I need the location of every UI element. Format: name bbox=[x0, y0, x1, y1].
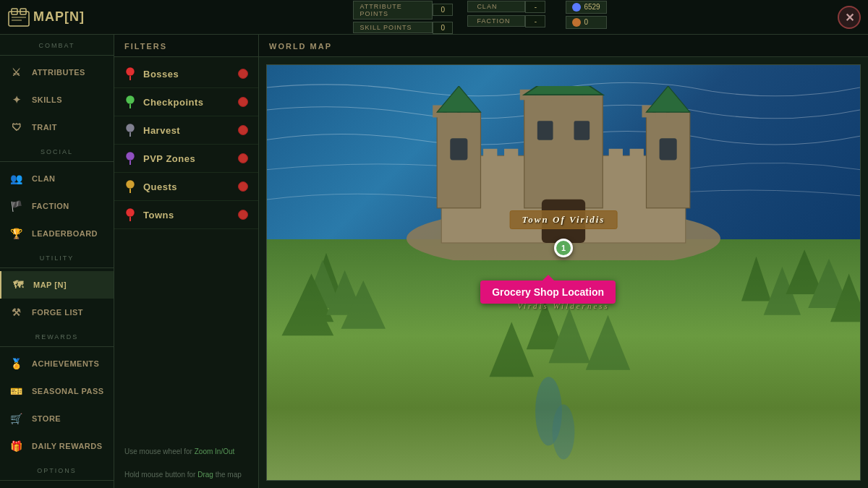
filter-item-checkpoints[interactable]: Checkpoints bbox=[114, 88, 258, 116]
svg-marker-31 bbox=[586, 315, 631, 370]
map-container[interactable]: Town Of Viridis Virdis Wilderness 1 Groc… bbox=[266, 64, 861, 481]
svg-point-33 bbox=[553, 404, 575, 459]
map-marker[interactable]: 1 bbox=[554, 239, 573, 257]
pvp-zones-toggle[interactable] bbox=[238, 153, 248, 163]
filter-item-harvest[interactable]: Harvest bbox=[114, 116, 258, 145]
svg-point-15 bbox=[126, 208, 135, 217]
skill-label: SKILL POINTS bbox=[353, 22, 433, 33]
quests-filter-label: Quests bbox=[143, 181, 231, 192]
sidebar: COMBAT⚔ATTRIBUTES✦SKILLS🛡TRAITSOCIAL👥CLA… bbox=[0, 35, 114, 488]
hint-drag-line: Hold mouse button for Drag the map bbox=[124, 469, 248, 481]
faction-value: - bbox=[525, 15, 545, 27]
faction-row: FACTION - bbox=[467, 15, 545, 27]
forge-list-icon: ⚒ bbox=[9, 304, 25, 320]
sidebar-item-clan[interactable]: 👥CLAN bbox=[0, 165, 114, 192]
clan-label: CLAN bbox=[467, 1, 525, 12]
attribute-value: 0 bbox=[433, 4, 453, 16]
map-label: MAP [N] bbox=[33, 281, 67, 289]
svg-point-11 bbox=[126, 152, 135, 160]
top-bar: MAP[N] ATTRIBUTE POINTS 0 SKILL POINTS 0… bbox=[0, 0, 868, 35]
hint-zoom-action: Zoom In/Out bbox=[195, 448, 235, 455]
clan-label: CLAN bbox=[32, 174, 56, 183]
top-stats-area: ATTRIBUTE POINTS 0 SKILL POINTS 0 CLAN -… bbox=[99, 1, 861, 34]
towns-toggle[interactable] bbox=[238, 210, 248, 220]
attributes-icon: ⚔ bbox=[9, 64, 25, 80]
skills-icon: ✦ bbox=[9, 92, 25, 108]
sidebar-item-faction[interactable]: 🏴FACTION bbox=[0, 192, 114, 220]
filter-item-bosses[interactable]: Bosses bbox=[114, 60, 258, 88]
svg-rect-69 bbox=[574, 121, 590, 140]
skill-row: SKILL POINTS 0 bbox=[353, 22, 453, 34]
svg-rect-45 bbox=[630, 148, 644, 158]
svg-rect-67 bbox=[660, 138, 677, 160]
hint-zoom-prefix: Use mouse wheel for bbox=[124, 448, 195, 455]
svg-rect-68 bbox=[537, 121, 553, 140]
map-tooltip[interactable]: Grocery Shop Location bbox=[480, 281, 616, 304]
checkpoints-filter-label: Checkpoints bbox=[143, 97, 231, 108]
skill-value: 0 bbox=[433, 22, 453, 34]
filter-hint: Use mouse wheel for Zoom In/Out Hold mou… bbox=[114, 439, 258, 488]
silver-icon bbox=[572, 18, 581, 27]
sidebar-item-settings[interactable]: ⚙SETTINGS bbox=[0, 484, 114, 488]
filter-item-towns[interactable]: Towns bbox=[114, 201, 258, 229]
daily-rewards-icon: 🎁 bbox=[9, 438, 25, 454]
daily-rewards-label: DAILY REWARDS bbox=[32, 442, 103, 450]
map-panel: WORLD MAP bbox=[259, 35, 868, 488]
map-header: WORLD MAP bbox=[259, 35, 868, 57]
bosses-toggle[interactable] bbox=[238, 69, 248, 79]
bosses-filter-label: Bosses bbox=[143, 69, 231, 80]
seasonal-pass-label: SEASONAL PASS bbox=[32, 387, 104, 395]
svg-point-7 bbox=[126, 95, 135, 104]
bosses-pin bbox=[124, 67, 136, 81]
harvest-toggle[interactable] bbox=[238, 125, 248, 135]
main-area: FILTERS Bosses Checkpoints Harvest PVP Z… bbox=[114, 35, 868, 488]
forge-list-label: FORGE LIST bbox=[32, 308, 83, 317]
filter-item-pvp-zones[interactable]: PVP Zones bbox=[114, 145, 258, 173]
quests-pin bbox=[124, 179, 136, 194]
svg-point-5 bbox=[126, 67, 135, 76]
map-land bbox=[267, 239, 860, 480]
towns-pin bbox=[124, 207, 136, 222]
filters-panel: FILTERS Bosses Checkpoints Harvest PVP Z… bbox=[114, 35, 259, 488]
castle-svg bbox=[386, 86, 741, 260]
sidebar-item-map[interactable]: 🗺MAP [N] bbox=[0, 271, 114, 299]
section-label-rewards: REWARDS bbox=[0, 326, 114, 343]
checkpoints-toggle[interactable] bbox=[238, 97, 248, 107]
sidebar-item-store[interactable]: 🛒STORE bbox=[0, 405, 114, 432]
svg-marker-52 bbox=[437, 86, 480, 112]
gold-icon bbox=[572, 3, 581, 12]
sidebar-item-forge-list[interactable]: ⚒FORGE LIST bbox=[0, 299, 114, 326]
filter-item-quests[interactable]: Quests bbox=[114, 173, 258, 201]
sidebar-item-seasonal-pass[interactable]: 🎫SEASONAL PASS bbox=[0, 377, 114, 405]
sidebar-item-trait[interactable]: 🛡TRAIT bbox=[0, 114, 114, 141]
svg-marker-57 bbox=[647, 86, 690, 112]
trait-label: TRAIT bbox=[32, 123, 57, 132]
close-button[interactable]: ✕ bbox=[838, 6, 861, 29]
store-icon: 🛒 bbox=[9, 411, 25, 427]
towns-filter-label: Towns bbox=[143, 210, 231, 221]
checkpoints-pin bbox=[124, 95, 136, 109]
svg-point-9 bbox=[126, 124, 135, 132]
harvest-filter-label: Harvest bbox=[143, 125, 231, 136]
sidebar-item-skills[interactable]: ✦SKILLS bbox=[0, 86, 114, 114]
sidebar-item-daily-rewards[interactable]: 🎁DAILY REWARDS bbox=[0, 432, 114, 460]
sidebar-item-leaderboard[interactable]: 🏆LEADERBOARD bbox=[0, 220, 114, 247]
faction-label: FACTION bbox=[467, 15, 525, 27]
section-label-combat: COMBAT bbox=[0, 35, 114, 52]
game-logo: MAP[N] bbox=[7, 6, 85, 29]
sidebar-item-attributes[interactable]: ⚔ATTRIBUTES bbox=[0, 59, 114, 86]
quests-toggle[interactable] bbox=[238, 181, 248, 192]
section-label-social: SOCIAL bbox=[0, 141, 114, 158]
map-icon: 🗺 bbox=[10, 277, 26, 293]
attribute-stat-group: ATTRIBUTE POINTS 0 SKILL POINTS 0 bbox=[353, 1, 453, 34]
svg-rect-66 bbox=[450, 138, 467, 160]
store-label: STORE bbox=[32, 414, 61, 423]
leaderboard-icon: 🏆 bbox=[9, 226, 25, 241]
sidebar-item-achievements[interactable]: 🏅ACHIEVEMENTS bbox=[0, 350, 114, 377]
map-background: Town Of Viridis Virdis Wilderness 1 Groc… bbox=[267, 65, 860, 480]
svg-rect-44 bbox=[609, 148, 623, 158]
attribute-row: ATTRIBUTE POINTS 0 bbox=[353, 1, 453, 20]
section-label-utility: UTILITY bbox=[0, 247, 114, 265]
faction-icon: 🏴 bbox=[9, 198, 25, 214]
hint-drag-prefix: Hold mouse button for bbox=[124, 471, 197, 479]
